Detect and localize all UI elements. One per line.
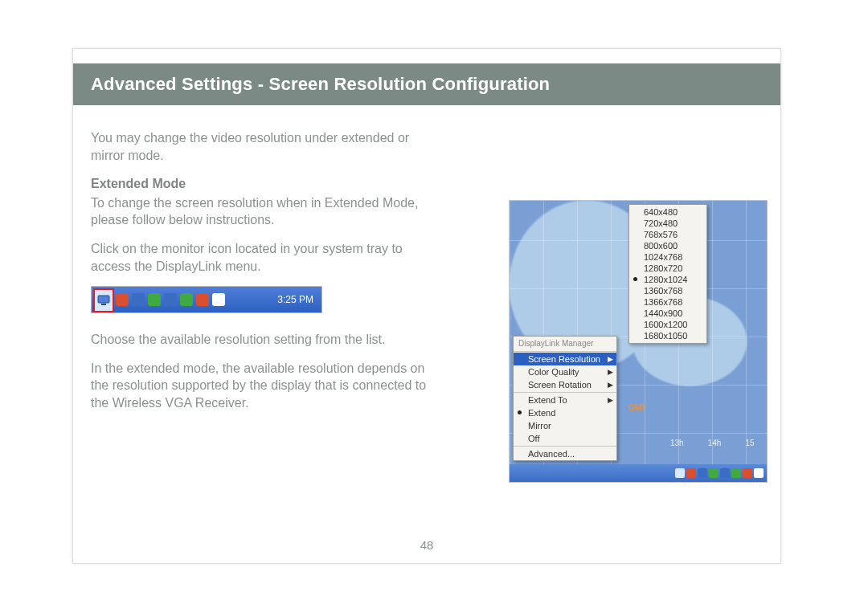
page-number: 48 — [73, 538, 780, 552]
hour-label: 14h — [708, 439, 722, 447]
resolution-item[interactable]: 1280x720 — [629, 263, 706, 274]
menu-separator — [514, 446, 616, 447]
menu-item-label: Screen Rotation — [528, 380, 592, 390]
page-header: Advanced Settings - Screen Resolution Co… — [73, 63, 780, 105]
section-heading: Extended Mode — [91, 175, 428, 193]
taskbar-icon — [720, 468, 730, 478]
taskbar-icon — [686, 468, 696, 478]
submenu-arrow-icon: ▶ — [608, 355, 613, 363]
page-content: You may change the video resolution unde… — [91, 129, 766, 483]
taskbar-icon — [743, 468, 752, 478]
tray-clock: 3:25 PM — [277, 293, 313, 306]
menu-item-label: Color Quality — [528, 367, 579, 377]
menu-item[interactable]: Off — [514, 432, 616, 445]
resolution-item[interactable]: 768x576 — [629, 229, 706, 240]
tray-icon — [212, 293, 225, 306]
resolution-label: 1440x900 — [644, 308, 682, 318]
resolution-item[interactable]: 1024x768 — [629, 251, 706, 263]
monitor-icon — [97, 294, 110, 307]
menu-item[interactable]: Extend To▶ — [514, 394, 616, 406]
svg-rect-0 — [98, 296, 109, 303]
taskbar — [510, 464, 767, 482]
resolution-label: 1680x1050 — [644, 331, 687, 341]
resolution-item[interactable]: 1366x768 — [629, 296, 706, 308]
menu-item[interactable]: Advanced... — [514, 447, 616, 460]
tray-icon — [180, 293, 193, 306]
menu-item-label: Screen Resolution — [528, 354, 600, 364]
paragraph-3: Choose the available resolution setting … — [91, 331, 428, 349]
resolution-item[interactable]: 1600x1200 — [629, 319, 706, 330]
resolution-item[interactable]: 640x480 — [629, 206, 706, 218]
menu-item[interactable]: Mirror — [514, 419, 616, 432]
resolution-label: 1366x768 — [644, 297, 682, 307]
manual-page: Advanced Settings - Screen Resolution Co… — [72, 48, 781, 564]
tray-icon — [148, 293, 161, 306]
resolution-label: 1280x720 — [644, 263, 682, 273]
menu-item-label: Extend To — [528, 395, 567, 405]
menu-separator — [514, 392, 616, 393]
tray-icon — [164, 293, 177, 306]
menu-item-label: Extend — [528, 408, 555, 418]
submenu-arrow-icon: ▶ — [608, 396, 613, 404]
resolution-label: 720x480 — [644, 218, 678, 228]
paragraph-4: In the extended mode, the available reso… — [91, 360, 428, 412]
taskbar-icon — [754, 468, 764, 478]
tray-icon — [116, 293, 129, 306]
menu-item[interactable]: Extend — [514, 406, 616, 419]
resolution-submenu[interactable]: 640x480720x480768x576800x6001024x7681280… — [628, 204, 707, 344]
taskbar-icon — [675, 468, 685, 478]
text-column: You may change the video resolution unde… — [91, 129, 428, 423]
menu-separator — [514, 351, 616, 352]
paragraph-2: Click on the monitor icon located in you… — [91, 240, 428, 275]
page-title: Advanced Settings - Screen Resolution Co… — [91, 74, 550, 95]
checked-dot-icon — [633, 277, 637, 281]
resolution-item[interactable]: 720x480 — [629, 218, 706, 229]
tray-icon — [132, 293, 145, 306]
menu-item[interactable]: Color Quality▶ — [514, 365, 616, 378]
menu-item[interactable]: Screen Resolution▶ — [514, 353, 616, 365]
context-menu-title: DisplayLink Manager — [514, 337, 616, 350]
gmt-label: GMT — [628, 403, 646, 412]
tray-icon — [196, 293, 209, 306]
menu-item-label: Off — [528, 434, 539, 443]
svg-rect-1 — [101, 304, 106, 305]
submenu-arrow-icon: ▶ — [608, 368, 613, 376]
taskbar-icon — [698, 468, 707, 478]
resolution-label: 1360x768 — [644, 286, 682, 296]
resolution-item[interactable]: 1440x900 — [629, 308, 706, 319]
resolution-label: 768x576 — [644, 230, 678, 239]
resolution-label: 1600x1200 — [644, 320, 687, 329]
resolution-item[interactable]: 1360x768 — [629, 285, 706, 296]
screenshot-column: GMT 13h14h15 640x480720x480768x576800x60… — [509, 200, 766, 483]
menu-item-label: Mirror — [528, 421, 551, 431]
submenu-arrow-icon: ▶ — [608, 381, 613, 389]
hour-label: 15 — [745, 439, 754, 447]
resolution-label: 1280x1024 — [644, 275, 687, 284]
resolution-item[interactable]: 800x600 — [629, 240, 706, 251]
resolution-label: 800x600 — [644, 241, 678, 251]
taskbar-icon — [731, 468, 741, 478]
resolution-item[interactable]: 1680x1050 — [629, 330, 706, 341]
system-tray-screenshot: 3:25 PM — [91, 286, 322, 313]
intro-text: You may change the video resolution unde… — [91, 129, 428, 164]
menu-item-label: Advanced... — [528, 449, 575, 459]
hour-label: 13h — [670, 439, 684, 447]
menu-item[interactable]: Screen Rotation▶ — [514, 378, 616, 391]
desktop-screenshot: GMT 13h14h15 640x480720x480768x576800x60… — [509, 200, 768, 483]
taskbar-icon — [709, 468, 719, 478]
resolution-label: 640x480 — [644, 207, 678, 217]
checked-dot-icon — [518, 410, 522, 414]
displaylink-context-menu[interactable]: DisplayLink Manager Screen Resolution▶Co… — [513, 336, 617, 461]
hour-labels: 13h14h15 — [670, 439, 755, 447]
tray-icons-row — [116, 293, 225, 306]
highlighted-tray-icon — [93, 288, 114, 312]
paragraph-1: To change the screen resolution when in … — [91, 194, 428, 229]
resolution-item[interactable]: 1280x1024 — [629, 274, 706, 285]
resolution-label: 1024x768 — [644, 252, 682, 262]
